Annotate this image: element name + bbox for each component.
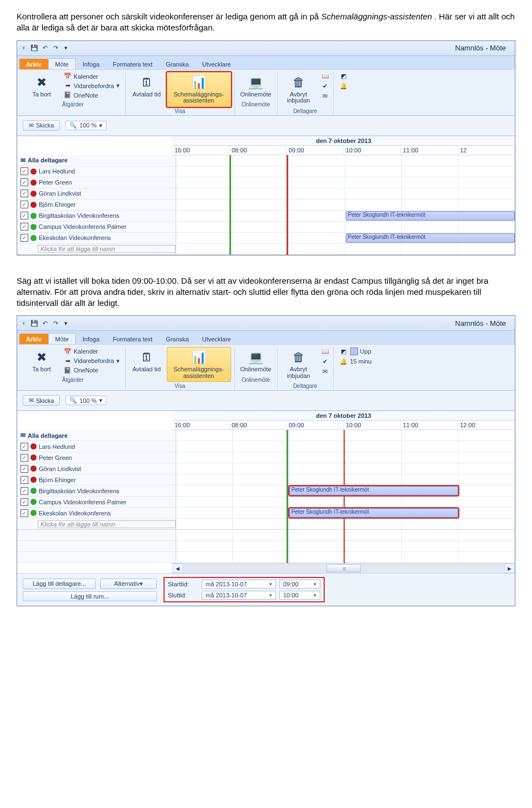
add-room-button[interactable]: Lägg till rum... [23, 591, 157, 601]
appointment-button[interactable]: 🗓 Avtalad tid [129, 347, 165, 376]
delete-button[interactable]: ✖ Ta bort [24, 72, 59, 101]
online-meeting-button[interactable]: 💻 Onlinemöte [238, 72, 274, 101]
redo-icon[interactable]: ↷ [51, 319, 60, 328]
calendar-button[interactable]: 📅Kalender [62, 347, 100, 356]
scroll-right-icon[interactable]: ▶ [504, 564, 515, 573]
attendee-checkbox[interactable]: ✓ [21, 443, 28, 451]
show-as-icon[interactable]: ◩ [339, 72, 348, 81]
options-button[interactable]: Alternativ ▾ [100, 579, 157, 589]
group-name-online: Onlinemöte [242, 101, 270, 108]
check-names-icon: ✔ [321, 357, 330, 366]
app-icon: 📧 [19, 44, 28, 53]
tab-file[interactable]: Arkiv [19, 59, 48, 69]
status-dot [30, 235, 37, 241]
attendee-checkbox[interactable]: ✓ [21, 509, 28, 517]
attendee-checkbox[interactable]: ✓ [21, 234, 28, 242]
tab-format[interactable]: Formatera text [106, 334, 160, 344]
group-name-actions: Åtgärder [62, 101, 83, 108]
attendee-checkbox[interactable]: ✓ [21, 487, 28, 495]
appointment-icon: 🗓 [138, 74, 156, 91]
tab-insert[interactable]: Infoga [76, 59, 106, 69]
response-options-button[interactable]: ✉ [321, 367, 330, 376]
end-date-input[interactable]: må 2013-10-07▾ [202, 591, 276, 600]
calendar-button[interactable]: 📅 Kalender [62, 72, 100, 81]
undo-icon[interactable]: ↶ [40, 319, 49, 328]
send-toolbar: ✉ Skicka 🔍 100 % ▾ [17, 116, 515, 136]
envelope-icon: ✉ [21, 432, 25, 439]
cancel-invite-button[interactable]: 🗑 Avbryt inbjudan [281, 347, 316, 382]
attendee-checkbox[interactable]: ✓ [21, 178, 28, 186]
tab-developer[interactable]: Utvecklare [196, 334, 238, 344]
appointment-icon: 🗓 [138, 349, 156, 366]
tab-format[interactable]: Formatera text [106, 59, 160, 69]
end-time-input[interactable]: 10:00▾ [279, 591, 320, 600]
forward-button[interactable]: ➡ Vidarebefordra ▾ [62, 81, 122, 90]
attendee-checkbox[interactable]: ✓ [21, 167, 28, 175]
zoom-control[interactable]: 🔍 100 % ▾ [65, 396, 106, 405]
response-options-button[interactable]: ✉ [321, 92, 330, 101]
check-names-button[interactable]: ✔ [321, 357, 330, 366]
doc-paragraph-1: Kontrollera att personer och särskilt vi… [17, 11, 515, 34]
status-dot [30, 224, 37, 230]
check-names-button[interactable]: ✔ [321, 82, 330, 91]
tab-developer[interactable]: Utvecklare [196, 59, 238, 69]
add-name-row[interactable]: Klicka för att lägga till namn [17, 244, 515, 255]
tab-meeting[interactable]: Möte [48, 333, 76, 344]
onenote-button[interactable]: 📓 OneNote [62, 91, 100, 100]
attendee-checkbox[interactable]: ✓ [21, 190, 28, 197]
send-button[interactable]: ✉ Skicka [23, 395, 60, 406]
tab-file[interactable]: Arkiv [19, 334, 48, 344]
tab-review[interactable]: Granska [159, 59, 196, 69]
onenote-button[interactable]: 📓OneNote [62, 366, 100, 375]
attendee-checkbox[interactable]: ✓ [21, 465, 28, 473]
start-date-input[interactable]: må 2013-10-07▾ [202, 580, 276, 589]
save-icon[interactable]: 💾 [30, 44, 39, 53]
zoom-icon: 🔍 [69, 397, 77, 404]
end-label: Sluttid: [168, 592, 198, 599]
attendee-checkbox[interactable]: ✓ [21, 201, 28, 208]
show-as-row[interactable]: ◩Upp [339, 347, 371, 356]
attendee-checkbox[interactable]: ✓ [21, 223, 28, 231]
scroll-left-icon[interactable]: ◀ [172, 564, 183, 573]
tab-insert[interactable]: Infoga [76, 334, 106, 344]
qat-dropdown-icon[interactable]: ▾ [62, 319, 70, 328]
attendee-checkbox[interactable]: ✓ [21, 212, 28, 219]
appointment-button[interactable]: 🗓 Avtalad tid [129, 72, 165, 101]
reminder-icon[interactable]: 🔔 [339, 82, 348, 91]
add-attendees-button[interactable]: Lägg till deltagare... [23, 579, 96, 589]
attendee-checkbox[interactable]: ✓ [21, 498, 28, 506]
add-name-row[interactable]: Klicka för att lägga till namn [17, 519, 515, 530]
reminder-row[interactable]: 🔔15 minu [339, 357, 372, 366]
ribbon-group-actions: ✖ Ta bort 📅Kalender ➡Vidarebefordra ▾ 📓O… [21, 347, 126, 389]
online-meeting-button[interactable]: 💻 Onlinemöte [238, 347, 274, 376]
save-icon[interactable]: 💾 [30, 319, 39, 328]
cancel-invite-button[interactable]: 🗑 Avbryt inbjudan [281, 72, 316, 107]
undo-icon[interactable]: ↶ [40, 44, 49, 53]
busy-block[interactable]: Peter Skoglundh IT-teknikermöt [289, 508, 459, 518]
zoom-icon: 🔍 [69, 122, 77, 129]
attendee-checkbox[interactable]: ✓ [21, 476, 28, 484]
busy-block[interactable]: Peter Skoglundh IT-teknikermöt [346, 211, 515, 221]
start-time-input[interactable]: 09:00▾ [279, 580, 320, 589]
start-time-row: Starttid: må 2013-10-07▾ 09:00▾ [168, 580, 320, 589]
address-book-button[interactable]: 📖 [321, 72, 330, 81]
zoom-control[interactable]: 🔍 100 % ▾ [65, 121, 106, 130]
qat-dropdown-icon[interactable]: ▾ [62, 44, 70, 53]
time-col: 16:00 [172, 146, 229, 155]
forward-button[interactable]: ➡Vidarebefordra ▾ [62, 356, 122, 365]
scroll-thumb[interactable]: ≡ [326, 564, 361, 572]
delete-button[interactable]: ✖ Ta bort [24, 347, 59, 376]
tab-review[interactable]: Granska [159, 334, 196, 344]
scheduling-assistant-button[interactable]: 📊 Schemaläggnings-assistenten [167, 347, 231, 382]
busy-block[interactable]: Peter Skoglundh IT-teknikermöt [346, 233, 515, 243]
attendee-row: ✓Peter Green [17, 452, 515, 463]
tab-meeting[interactable]: Möte [48, 58, 76, 69]
attendee-row: ✓Birgittaskolan Videokonferens Peter Sko… [17, 485, 515, 497]
attendee-checkbox[interactable]: ✓ [21, 454, 28, 462]
horizontal-scrollbar[interactable]: ◀ ≡ ▶ [172, 563, 515, 573]
address-book-button[interactable]: 📖 [321, 347, 330, 356]
scheduling-assistant-button[interactable]: 📊 Schemaläggnings-assistenten [167, 72, 231, 107]
redo-icon[interactable]: ↷ [51, 44, 60, 53]
busy-block[interactable]: Peter Skoglundh IT-teknikermöt [289, 486, 459, 495]
send-button[interactable]: ✉ Skicka [23, 120, 60, 131]
